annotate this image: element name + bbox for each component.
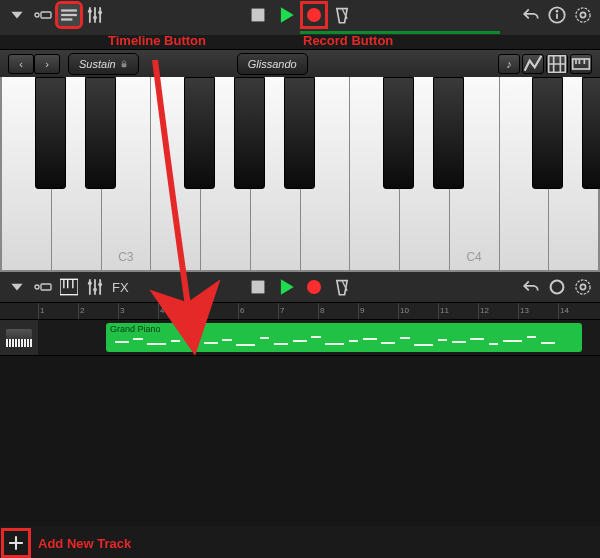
svg-point-17	[35, 285, 39, 289]
ruler-tick	[558, 303, 559, 319]
metronome-icon[interactable]	[331, 276, 353, 298]
scale-mode-button[interactable]	[522, 54, 544, 74]
svg-point-24	[551, 281, 564, 294]
ruler-tick-label: 9	[360, 306, 364, 315]
svg-point-21	[93, 288, 97, 292]
ruler-tick	[318, 303, 319, 319]
glissando-toggle[interactable]: Glissando	[237, 53, 308, 75]
ruler-tick-label: 7	[280, 306, 284, 315]
mixer-icon[interactable]	[84, 276, 106, 298]
keyboard-layout-button[interactable]	[570, 54, 592, 74]
loop-icon[interactable]	[546, 276, 568, 298]
clip-area[interactable]: Grand Piano	[38, 320, 600, 355]
key-label-c3: C3	[118, 250, 133, 264]
svg-rect-3	[61, 14, 77, 16]
top-toolbar	[0, 0, 600, 30]
metronome-icon[interactable]	[331, 4, 353, 26]
glissando-label: Glissando	[248, 58, 297, 70]
svg-point-12	[576, 8, 590, 22]
play-button[interactable]	[275, 276, 297, 298]
ruler-tick	[358, 303, 359, 319]
ruler-tick-label: 11	[440, 306, 449, 315]
lock-icon	[120, 60, 128, 68]
undo-icon[interactable]	[520, 276, 542, 298]
record-icon	[307, 280, 321, 294]
octave-nav: ‹ ›	[8, 54, 60, 74]
stop-button[interactable]	[247, 4, 269, 26]
svg-rect-2	[61, 9, 77, 11]
black-key[interactable]	[532, 77, 563, 189]
ruler-tick	[478, 303, 479, 319]
ruler-tick	[438, 303, 439, 319]
clip-name: Grand Piano	[110, 324, 161, 334]
cycle-region-strip[interactable]	[0, 30, 600, 35]
add-track-annotation: Add New Track	[38, 536, 131, 551]
keyboard-subtoolbar: ‹ › Sustain Glissando ♪	[0, 49, 600, 77]
ruler-tick-label: 14	[560, 306, 569, 315]
record-button[interactable]	[303, 276, 325, 298]
add-track-button[interactable]	[4, 531, 28, 555]
ruler-tick-label: 10	[400, 306, 409, 315]
octave-right-button[interactable]: ›	[34, 54, 60, 74]
settings-gear-icon[interactable]	[572, 276, 594, 298]
ruler-tick-label: 6	[240, 306, 244, 315]
timeline-view-panel: FX /* ticks drawn below via JS */ 123456…	[0, 272, 600, 558]
black-key[interactable]	[383, 77, 414, 189]
chevron-down-icon[interactable]	[6, 276, 28, 298]
black-key[interactable]	[184, 77, 215, 189]
ruler-tick-label: 2	[80, 306, 84, 315]
note-mode-button[interactable]: ♪	[498, 54, 520, 74]
transport-controls-2	[247, 276, 353, 298]
fx-button[interactable]: FX	[112, 280, 129, 295]
transport-controls	[247, 4, 353, 26]
svg-rect-18	[41, 284, 51, 290]
svg-point-6	[93, 16, 97, 20]
ruler-tick	[278, 303, 279, 319]
timeline-annotation: Timeline Button	[108, 33, 206, 48]
svg-rect-1	[41, 12, 51, 18]
key-label-c4: C4	[466, 250, 481, 264]
ruler-tick-label: 13	[520, 306, 529, 315]
svg-point-22	[98, 283, 102, 287]
black-key[interactable]	[234, 77, 265, 189]
empty-tracks-area[interactable]	[0, 356, 600, 526]
midi-clip[interactable]: Grand Piano	[106, 323, 582, 352]
ruler-tick-label: 8	[320, 306, 324, 315]
timeline-button[interactable]	[58, 4, 80, 26]
record-button[interactable]	[303, 4, 325, 26]
black-key[interactable]	[35, 77, 66, 189]
octave-left-button[interactable]: ‹	[8, 54, 34, 74]
piano-keyboard[interactable]: C3 C4	[0, 77, 600, 272]
play-button[interactable]	[275, 4, 297, 26]
black-key[interactable]	[284, 77, 315, 189]
black-key[interactable]	[85, 77, 116, 189]
black-key[interactable]	[433, 77, 464, 189]
svg-rect-14	[121, 63, 126, 67]
svg-rect-23	[252, 281, 265, 294]
info-icon[interactable]	[546, 4, 568, 26]
instrument-view-icon[interactable]	[58, 276, 80, 298]
svg-rect-19	[60, 279, 78, 294]
instrument-thumb-icon	[6, 329, 32, 347]
browser-icon[interactable]	[32, 4, 54, 26]
undo-icon[interactable]	[520, 4, 542, 26]
stop-button[interactable]	[247, 276, 269, 298]
settings-gear-icon[interactable]	[572, 4, 594, 26]
black-keys[interactable]	[2, 77, 598, 189]
ruler-tick	[38, 303, 39, 319]
keyboard-view-panel: Timeline Button Record Button ‹ › Sustai…	[0, 0, 600, 272]
svg-rect-4	[61, 18, 72, 20]
svg-point-10	[556, 10, 559, 13]
mixer-icon[interactable]	[84, 4, 106, 26]
sustain-toggle[interactable]: Sustain	[68, 53, 139, 75]
svg-point-7	[98, 11, 102, 15]
plus-icon	[8, 535, 24, 551]
timeline-ruler[interactable]: /* ticks drawn below via JS */ 123456789…	[0, 302, 600, 320]
svg-point-26	[580, 284, 585, 289]
arpeggiator-button[interactable]	[546, 54, 568, 74]
chevron-down-icon[interactable]	[6, 4, 28, 26]
browser-icon[interactable]	[32, 276, 54, 298]
svg-point-13	[580, 12, 585, 17]
track-header[interactable]	[0, 320, 38, 355]
black-key[interactable]	[582, 77, 600, 189]
